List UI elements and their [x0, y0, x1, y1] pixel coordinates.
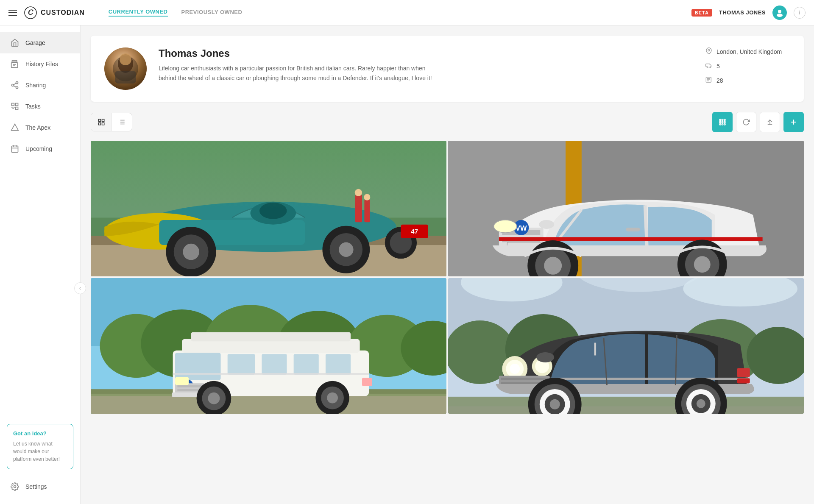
sidebar-item-upcoming[interactable]: Upcoming	[0, 138, 80, 159]
idea-box-title: Got an idea?	[13, 430, 67, 437]
svg-rect-56	[91, 141, 446, 218]
sidebar-item-label: Garage	[25, 39, 45, 46]
toolbar	[91, 112, 804, 132]
hamburger-menu[interactable]	[8, 10, 17, 16]
svg-rect-120	[326, 354, 351, 374]
svg-point-100	[539, 220, 554, 229]
svg-point-67	[390, 232, 412, 254]
tasks-icon	[10, 102, 20, 111]
svg-point-90	[494, 220, 517, 233]
sidebar-collapse-button[interactable]: ‹	[74, 282, 86, 294]
sidebar-item-settings[interactable]: Settings	[0, 476, 80, 497]
svg-point-150	[510, 364, 520, 374]
svg-rect-124	[177, 385, 202, 387]
car-icon	[705, 62, 712, 70]
car-image-3: VW	[91, 278, 446, 414]
gallery-item-2[interactable]: VW	[448, 141, 804, 276]
main-nav: CURRENTLY OWNED PREVIOUSLY OWNED	[109, 8, 243, 17]
info-button[interactable]: i	[794, 7, 806, 19]
view-toggle	[91, 113, 132, 131]
svg-point-72	[355, 189, 362, 196]
sort-button[interactable]	[760, 112, 780, 132]
svg-rect-15	[16, 107, 18, 110]
car-image-4	[448, 278, 804, 414]
refresh-button[interactable]	[736, 112, 756, 132]
svg-rect-117	[228, 354, 255, 374]
idea-box-text: Let us know what would make our platform…	[13, 440, 67, 463]
svg-point-99	[694, 256, 711, 273]
home-icon	[10, 38, 20, 47]
svg-rect-13	[12, 103, 14, 106]
calendar-icon	[10, 144, 20, 153]
profile-name: Thomas Jones	[159, 47, 694, 59]
svg-rect-40	[719, 119, 721, 120]
svg-rect-45	[724, 122, 725, 123]
svg-rect-42	[724, 119, 725, 120]
svg-rect-46	[719, 124, 721, 125]
svg-point-10	[16, 86, 18, 89]
svg-rect-71	[364, 199, 370, 222]
sidebar-item-history-files[interactable]: History Files	[0, 53, 80, 75]
svg-point-63	[322, 226, 370, 273]
sidebar-item-sharing[interactable]: Sharing	[0, 75, 80, 96]
svg-point-68	[250, 202, 296, 225]
sidebar-item-the-apex[interactable]: The Apex	[0, 117, 80, 138]
user-avatar[interactable]	[772, 6, 787, 20]
svg-rect-59	[159, 220, 305, 245]
sidebar-item-garage[interactable]: Garage	[0, 32, 80, 53]
sidebar-bottom: Got an idea? Let us know what would make…	[0, 417, 80, 476]
location-value: London, United Kingdom	[716, 48, 782, 55]
sidebar-item-label: Sharing	[25, 82, 46, 89]
svg-point-163	[550, 399, 560, 409]
svg-point-69	[259, 203, 287, 219]
svg-rect-33	[102, 123, 104, 125]
svg-rect-41	[722, 119, 723, 120]
svg-line-12	[14, 83, 16, 84]
gallery-item-3[interactable]: VW	[91, 278, 446, 414]
svg-point-21	[14, 486, 16, 488]
gallery-grid: 47	[91, 141, 804, 414]
svg-point-62	[183, 244, 199, 260]
list-view-button[interactable]	[112, 113, 132, 131]
svg-rect-119	[294, 354, 319, 374]
header-left: 𝐶 CUSTODIAN CURRENTLY OWNED PREVIOUSLY O…	[8, 6, 242, 19]
settings-icon	[10, 482, 20, 491]
svg-text:𝐶: 𝐶	[28, 9, 33, 16]
svg-rect-135	[173, 373, 369, 375]
logo-icon: 𝐶	[24, 6, 37, 19]
header-right: BETA THOMAS JONES i	[691, 6, 806, 20]
svg-point-64	[330, 233, 362, 266]
apex-icon	[10, 123, 20, 132]
svg-point-3	[777, 14, 783, 17]
svg-point-65	[339, 242, 353, 257]
app-layout: Garage History Files Sharing Tasks The A	[0, 0, 814, 504]
svg-rect-48	[724, 124, 725, 125]
grid-view-button[interactable]	[91, 113, 112, 131]
main-content: Thomas Jones Lifelong car enthusiasts wi…	[81, 25, 814, 504]
svg-rect-146	[448, 406, 804, 414]
add-button[interactable]	[783, 112, 804, 132]
svg-point-134	[327, 393, 338, 404]
svg-rect-4	[12, 61, 17, 62]
nav-previously-owned[interactable]: PREVIOUSLY OWNED	[181, 9, 243, 16]
gallery-item-4[interactable]	[448, 278, 804, 414]
toolbar-right	[712, 112, 804, 132]
svg-point-61	[174, 234, 209, 269]
svg-rect-74	[401, 225, 428, 238]
svg-line-11	[14, 86, 16, 87]
filter-button[interactable]	[712, 112, 733, 132]
gallery-item-1[interactable]: 47	[91, 141, 446, 276]
svg-rect-101	[626, 228, 640, 231]
sidebar-item-tasks[interactable]: Tasks	[0, 96, 80, 117]
svg-rect-14	[16, 103, 18, 106]
svg-rect-112	[91, 396, 446, 414]
svg-rect-43	[719, 122, 721, 123]
nav-currently-owned[interactable]: CURRENTLY OWNED	[109, 8, 168, 17]
svg-rect-30	[98, 119, 100, 121]
user-name: THOMAS JONES	[719, 9, 766, 16]
meta-cars: 5	[705, 62, 790, 70]
svg-point-66	[385, 227, 417, 259]
share-icon	[10, 81, 20, 90]
svg-rect-118	[262, 354, 287, 374]
app-name: CUSTODIAN	[41, 9, 85, 17]
